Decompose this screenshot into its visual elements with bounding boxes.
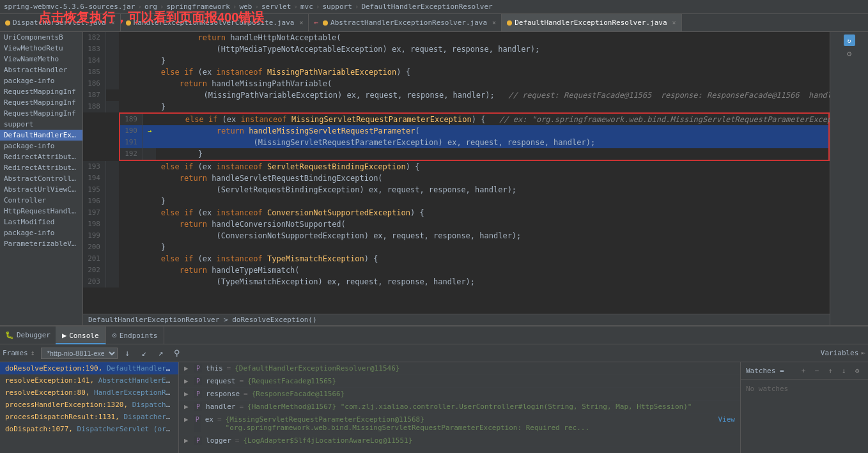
right-panel: ↻ ⚙ bbox=[830, 32, 868, 325]
var-ex: ▶ P ex = {MissingServletRequestParameter… bbox=[179, 413, 740, 434]
frame-item[interactable]: resolveException:80, HandlerExceptionRes… bbox=[0, 387, 178, 399]
sidebar-item[interactable]: RedirectAttributes bbox=[0, 151, 82, 162]
sync-icon[interactable]: ↻ bbox=[844, 35, 855, 46]
sidebar-item[interactable]: ParameterizableViewCo bbox=[0, 238, 82, 249]
frame-item[interactable]: resolveException:141, AbstractHandlerExc… bbox=[0, 374, 178, 387]
filter-btn[interactable]: ⚲ bbox=[170, 346, 184, 360]
close-icon[interactable]: × bbox=[492, 19, 496, 26]
frame-item[interactable]: doDispatch:1077, DispatcherServlet (org.… bbox=[0, 423, 178, 435]
remove-watch-btn[interactable]: − bbox=[811, 365, 823, 376]
close-icon[interactable]: × bbox=[111, 19, 115, 26]
watches-panel: Watches = + − ↑ ↓ ⚙ No watches bbox=[740, 362, 868, 453]
sidebar: UriComponentsB ViewMethodRetu ViewNameMe… bbox=[0, 32, 83, 325]
var-this: ▶ P this = {DefaultHandlerExceptionResol… bbox=[179, 362, 740, 375]
settings-icon[interactable]: ⚙ bbox=[844, 48, 855, 59]
frames-icon: ↕ bbox=[31, 349, 35, 357]
tab-endpoints[interactable]: ⊙Endpoints bbox=[106, 326, 165, 344]
sidebar-item[interactable]: RedirectAttributesM bbox=[0, 162, 82, 173]
add-watch-btn[interactable]: + bbox=[798, 365, 809, 376]
code-line-190: 190 → return handleMissingServletRequest… bbox=[120, 125, 828, 137]
tab-abstract[interactable]: ← AbstractHandlerExceptionResolver.java … bbox=[309, 14, 502, 32]
debug-icon: 🐛 bbox=[5, 331, 14, 339]
file-tabs: DispatcherServlet.java × HandlerExceptio… bbox=[0, 14, 868, 32]
expand-btn[interactable]: ⇤ bbox=[861, 349, 865, 357]
sidebar-item[interactable]: support bbox=[0, 119, 82, 130]
sidebar-item[interactable]: HttpRequestHandlerAd bbox=[0, 206, 82, 217]
code-content[interactable]: 182 return handleHttpNotAcceptable( 183 … bbox=[83, 32, 830, 325]
sidebar-item[interactable]: RequestMappingInf bbox=[0, 108, 82, 119]
variables-label: Variables bbox=[821, 349, 859, 357]
var-handler: ▶ P handler = {HandlerMethod@11567} "com… bbox=[179, 401, 740, 413]
sidebar-item[interactable]: AbstractHandler bbox=[0, 65, 82, 75]
thread-select-input[interactable]: *http-nio-8811-exec-9"... bbox=[41, 348, 118, 359]
tab-default[interactable]: DefaultHandlerExceptionResolver.java × bbox=[502, 14, 681, 32]
code-line-182: 182 return handleHttpNotAcceptable( bbox=[83, 32, 830, 43]
org-label: org bbox=[144, 3, 157, 11]
sidebar-item[interactable]: RequestMappingInf bbox=[0, 86, 82, 97]
code-line-201: 201 else if (ex instanceof TypeMismatchE… bbox=[83, 253, 830, 265]
frame-item[interactable]: processDispatchResult:1131, DispatcherSe… bbox=[0, 411, 178, 423]
sidebar-item[interactable]: ViewMethodRetu bbox=[0, 43, 82, 54]
code-breadcrumb: DefaultHandlerExceptionResolver > doReso… bbox=[83, 314, 830, 325]
main-area: UriComponentsB ViewMethodRetu ViewNameMe… bbox=[0, 32, 868, 325]
move-down-btn[interactable]: ↓ bbox=[838, 365, 849, 376]
sidebar-item-default[interactable]: DefaultHandlerExcep bbox=[0, 130, 82, 141]
tab-composite[interactable]: HandlerExceptionResolverComposite.java × bbox=[121, 14, 309, 32]
web-label: web bbox=[239, 3, 252, 11]
resolver-label: DefaultHandlerExceptionResolver bbox=[361, 3, 492, 11]
endpoints-icon: ⊙ bbox=[112, 331, 117, 340]
code-line-189: 189 else if (ex instanceof MissingServle… bbox=[120, 114, 828, 125]
view-link[interactable]: View bbox=[718, 415, 736, 432]
no-watches-text: No watches bbox=[741, 380, 868, 398]
settings-watch-btn[interactable]: ⚙ bbox=[851, 365, 863, 376]
sidebar-item[interactable]: AbstractUrlViewCont bbox=[0, 184, 82, 195]
code-line-200: 200 } bbox=[83, 242, 830, 253]
frame-item[interactable]: processHandlerException:1320, Dispatcher… bbox=[0, 399, 178, 411]
close-icon[interactable]: × bbox=[299, 19, 303, 26]
console-icon: ▶ bbox=[62, 331, 66, 340]
sidebar-item[interactable]: LastModified bbox=[0, 217, 82, 227]
tab-dispatcher[interactable]: DispatcherServlet.java × bbox=[0, 14, 121, 32]
bottom-area: 🐛 Debugger ▶Console ⊙Endpoints 点击恢复执行，可以… bbox=[0, 325, 868, 453]
frames-section: Frames ↕ bbox=[3, 349, 35, 357]
code-line-198: 198 return handleConversionNotSupported( bbox=[83, 219, 830, 230]
mvc-label: mvc bbox=[300, 3, 313, 11]
var-request: ▶ P request = {RequestFacade@11565} bbox=[179, 375, 740, 388]
tab-composite-label: HandlerExceptionResolverComposite.java bbox=[134, 19, 295, 27]
back-arrow-icon: ← bbox=[314, 19, 318, 27]
sidebar-item[interactable]: package-info bbox=[0, 75, 82, 86]
sidebar-item[interactable]: package-info bbox=[0, 227, 82, 238]
var-logger: ▶ P logger = {LogAdapter$Slf4jLocationAw… bbox=[179, 434, 740, 447]
code-line-197: 197 else if (ex instanceof ConversionNot… bbox=[83, 207, 830, 219]
var-response: ▶ P response = {ResponseFacade@11566} bbox=[179, 388, 740, 401]
code-line-202: 202 return handleTypeMismatch( bbox=[83, 265, 830, 276]
step-into-btn[interactable]: ↙ bbox=[137, 346, 151, 360]
move-up-btn[interactable]: ↑ bbox=[825, 365, 836, 376]
tab-console[interactable]: ▶Console bbox=[56, 326, 106, 344]
code-line-203: 203 (TypeMismatchException) ex, request,… bbox=[83, 276, 830, 288]
debug-content: doResolveException:190, DefaultHandlerEx… bbox=[0, 362, 868, 453]
code-line-193: 193 else if (ex instanceof ServletReques… bbox=[83, 161, 830, 173]
java-icon bbox=[323, 20, 328, 26]
sidebar-item[interactable]: UriComponentsB bbox=[0, 32, 82, 43]
debugger-tab-label[interactable]: Debugger bbox=[17, 331, 50, 339]
code-line-184: 184 } bbox=[83, 55, 830, 66]
step-over-btn[interactable]: ↓ bbox=[120, 346, 134, 360]
watches-header: Watches = + − ↑ ↓ ⚙ bbox=[741, 362, 868, 380]
debug-toolbar: Frames ↕ *http-nio-8811-exec-9"... ↓ ↙ ↗… bbox=[0, 344, 868, 362]
sidebar-item[interactable]: AbstractController bbox=[0, 173, 82, 184]
frames-panel: doResolveException:190, DefaultHandlerEx… bbox=[0, 362, 179, 453]
sidebar-item[interactable]: Controller bbox=[0, 195, 82, 206]
tab-default-label: DefaultHandlerExceptionResolver.java bbox=[515, 19, 667, 27]
springframework-label: springframework bbox=[166, 3, 229, 11]
sidebar-item[interactable]: package-info bbox=[0, 141, 82, 151]
step-out-btn[interactable]: ↗ bbox=[153, 346, 167, 360]
code-line-187: 187 (MissingPathVariableException) ex, r… bbox=[83, 89, 830, 101]
code-line-192: 192 } bbox=[120, 148, 828, 160]
sidebar-item[interactable]: ViewNameMetho bbox=[0, 54, 82, 65]
java-icon bbox=[507, 20, 512, 26]
frame-item-active[interactable]: doResolveException:190, DefaultHandlerEx… bbox=[0, 362, 178, 374]
java-icon bbox=[5, 20, 10, 26]
sidebar-item[interactable]: RequestMappingInf bbox=[0, 97, 82, 108]
close-icon[interactable]: × bbox=[672, 19, 676, 26]
